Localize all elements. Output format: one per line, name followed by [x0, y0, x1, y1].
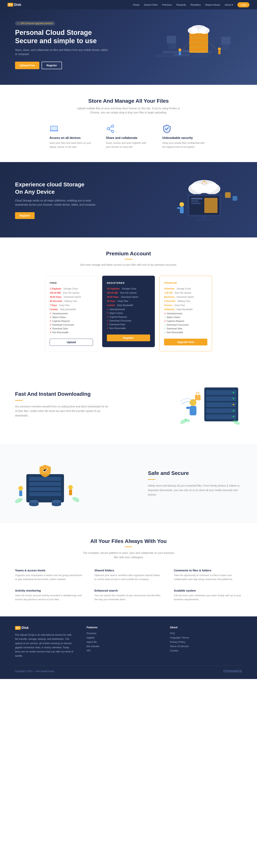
cloud-description: Cloud Storage works on all major platfor…	[15, 198, 102, 207]
fast-section: Fast And Instant Downloading Our premium…	[0, 365, 257, 444]
nav-resellers[interactable]: Resellers	[191, 3, 201, 6]
upgrade-button[interactable]: Upgrade Now	[164, 339, 207, 345]
reg-size: 100.00 MB Size File Upload	[107, 291, 150, 294]
svg-rect-38	[191, 203, 200, 204]
plan-name-premium: PREMIUM	[164, 282, 207, 284]
svg-rect-45	[225, 192, 231, 198]
prem-captcha: ✗ Captcha Request	[164, 320, 207, 322]
features-title: Store And Manage All Your Files	[15, 98, 242, 104]
feature-teams-title: Teams & access levels	[15, 569, 83, 572]
feature-teams-desc: Organize your employees in teams and set…	[15, 574, 83, 581]
svg-rect-15	[179, 52, 181, 55]
fast-title: Fast And Instant Downloading	[15, 391, 109, 397]
footer-features-title: Features	[86, 626, 158, 629]
feature-comments: Comments to files & folders Take the opp…	[174, 569, 242, 581]
feature-access-title: Access on all devices	[49, 136, 95, 140]
footer-features-checker[interactable]: link checker	[86, 645, 158, 648]
footer-features-api[interactable]: API	[86, 649, 158, 652]
svg-point-75	[72, 496, 79, 503]
svg-rect-49	[206, 396, 236, 401]
nav-about[interactable]: About ▾	[225, 3, 233, 6]
register-button[interactable]: Register	[42, 62, 62, 69]
cloud-register-button[interactable]: Register	[15, 212, 35, 219]
allfiles-title: All Your Files Always With You	[15, 538, 242, 544]
feature-share-desc: Send, receive and work together with you…	[106, 141, 151, 149]
svg-point-42	[180, 202, 184, 207]
svg-rect-43	[180, 207, 184, 213]
premium-divider	[125, 259, 132, 259]
svg-rect-61	[195, 395, 200, 400]
prem-keep: Forever Keep Files	[164, 304, 207, 307]
feature-security-desc: Keep your private files confidential wit…	[162, 141, 208, 149]
nav-rewards[interactable]: Rewards	[176, 3, 186, 6]
footer-features-report[interactable]: report file	[86, 641, 158, 643]
free-wait: 40 Seconds Waiting Time	[50, 300, 93, 303]
nav-premium[interactable]: Premium	[162, 3, 172, 6]
svg-rect-37	[191, 200, 199, 202]
footer-logo: OY Disk	[15, 626, 75, 630]
prem-speed: Maximum Download Speed	[164, 296, 207, 298]
reg-keep: 30 Days Keep Files	[107, 300, 150, 303]
svg-point-26	[112, 125, 114, 127]
nav-search[interactable]: Search Files	[144, 3, 157, 6]
feature-scalable-desc: Add up more users whenever you need. Eas…	[174, 594, 242, 601]
feature-activity-title: Activity monitoring	[15, 589, 83, 592]
svg-rect-25	[51, 127, 57, 130]
fast-divider	[15, 400, 23, 401]
reg-storage: 10 Gigabyte Storage Cloud	[107, 287, 150, 290]
prem-size: 1.00 GB Size File Upload	[164, 291, 207, 294]
footer-contact[interactable]: Contact	[170, 649, 242, 652]
svg-point-53	[233, 392, 234, 393]
footer-brand: OY Disk File Upload Script is an interna…	[15, 626, 75, 658]
cloud-title: Experience cloud StorageOn Any Device	[15, 181, 102, 195]
prem-storage: Unlimited Storage Cloud	[164, 287, 207, 290]
hero-badge: ⚠ 20% Discount upgrade premium	[15, 21, 55, 26]
footer-faq[interactable]: FAQ	[170, 632, 242, 635]
feature-activity-desc: Have all of your account activity record…	[15, 594, 83, 601]
svg-line-19	[208, 41, 216, 49]
footer-terms[interactable]: Terms Of Service	[170, 645, 242, 648]
hero-illustration	[155, 21, 242, 70]
feature-security: Unbreakable security Keep your private f…	[162, 124, 208, 149]
login-button[interactable]: Login	[237, 2, 250, 7]
svg-rect-59	[190, 406, 196, 415]
pricing-free: FREE 1 Gigabyte Storage Cloud 100.00 MB …	[45, 276, 98, 352]
footer-features-register[interactable]: register	[86, 636, 158, 639]
fast-left: Fast And Instant Downloading Our premium…	[15, 391, 109, 418]
allfiles-section: All Your Files Always With You The compl…	[0, 523, 257, 616]
footer-privacy[interactable]: Privacy Policy	[170, 641, 242, 643]
footer-about-title: About	[170, 626, 242, 629]
feature-search-title: Enhanced search	[95, 589, 162, 592]
svg-point-33	[204, 183, 220, 194]
nav-home[interactable]: Home	[133, 3, 139, 6]
footer-copyright[interactable]: Copyright / Dmca	[170, 636, 242, 639]
svg-point-55	[233, 404, 234, 405]
prem-slots: ✓ Download Slots	[164, 327, 207, 330]
svg-point-13	[199, 27, 210, 34]
reg-concurrent: ✗ Download Concurrent	[107, 319, 150, 322]
svg-rect-68	[29, 487, 61, 491]
footer-logo-oy: OY	[15, 626, 21, 630]
nav-report[interactable]: Report Abuse	[205, 3, 220, 6]
pricing-premium: PREMIUM Unlimited Storage Cloud 1.00 GB …	[159, 276, 212, 351]
footer-features-premium[interactable]: Premium	[86, 632, 158, 635]
free-upload-button[interactable]: Upload	[50, 339, 93, 346]
premium-title: Premium Account	[15, 251, 242, 257]
feature-scalable: Scalable system Add up more users whenev…	[174, 589, 242, 601]
svg-rect-5	[191, 55, 209, 57]
feature-scalable-title: Scalable system	[174, 589, 242, 592]
free-speed: 49.83 Kbps Download Speed	[50, 296, 93, 298]
feature-comments-desc: Take the opportunity to comment on files…	[174, 574, 242, 581]
prem-resume: ✓ Non-Resumable	[164, 331, 207, 334]
free-storage: 1 Gigabyte Storage Cloud	[50, 287, 93, 290]
svg-point-70	[19, 486, 23, 491]
upload-free-button[interactable]: Upload Free	[15, 62, 39, 69]
svg-rect-66	[29, 477, 61, 481]
fast-illustration	[178, 380, 242, 429]
free-resume: ✗ Non-Resumable	[50, 331, 93, 334]
feature-comments-title: Comments to files & folders	[174, 569, 242, 572]
register-plan-button[interactable]: Register	[107, 335, 150, 341]
features-subtitle: Upload multiple files at once and keep t…	[72, 106, 185, 115]
logo-disk: Disk	[14, 3, 21, 7]
svg-rect-50	[206, 402, 236, 407]
